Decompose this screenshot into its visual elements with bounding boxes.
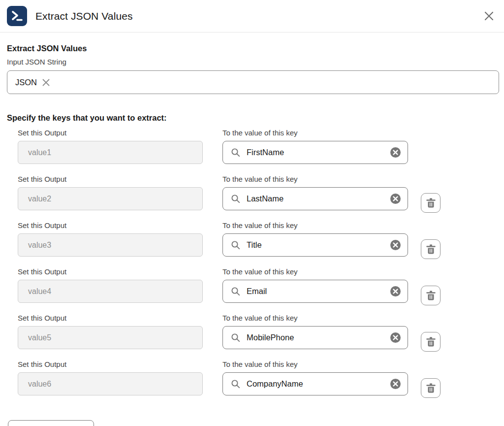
key-column: To the value of this key LastName — [222, 175, 408, 210]
output-column: Set this Output value3 — [18, 221, 203, 257]
key-search-field[interactable]: MobilePhone — [222, 326, 408, 349]
key-column: To the value of this key FirstName — [222, 129, 408, 164]
add-target-key-button[interactable]: Add Target Key — [8, 420, 94, 426]
key-row: Set this Output value5 To the value of t… — [7, 314, 497, 352]
key-row: Set this Output value3 To the value of t… — [7, 221, 497, 259]
dialog-header: Extract JSON Values — [0, 0, 504, 33]
key-row: Set this Output value6 To the value of t… — [7, 360, 497, 398]
trash-column — [421, 147, 441, 166]
key-search-field[interactable]: LastName — [222, 187, 408, 210]
trash-column — [421, 332, 441, 352]
delete-row-button[interactable] — [421, 239, 441, 259]
clear-key-button[interactable] — [390, 193, 401, 204]
output-value: value2 — [28, 195, 51, 203]
key-row: Set this Output value4 To the value of t… — [7, 267, 497, 305]
dialog-title: Extract JSON Values — [35, 10, 133, 22]
close-button[interactable] — [482, 9, 496, 23]
output-label: Set this Output — [18, 267, 203, 276]
input-section-heading: Extract JSON Values — [7, 44, 497, 53]
key-label: To the value of this key — [222, 267, 408, 276]
key-value: FirstName — [247, 148, 390, 157]
magnifier-icon — [231, 148, 241, 158]
output-field: value1 — [18, 141, 203, 164]
clear-circle-x-icon — [390, 332, 401, 343]
remove-json-button[interactable] — [42, 78, 50, 87]
output-value: value4 — [28, 287, 51, 296]
clear-key-button[interactable] — [390, 239, 401, 251]
output-column: Set this Output value1 — [18, 129, 203, 164]
output-label: Set this Output — [18, 129, 203, 137]
clear-circle-x-icon — [390, 286, 401, 297]
key-row: Set this Output value1 To the value of t… — [7, 129, 497, 166]
key-value: Email — [247, 287, 390, 296]
trash-column — [421, 239, 441, 259]
key-value: MobilePhone — [247, 333, 390, 342]
trash-icon — [426, 336, 436, 347]
output-value: value3 — [28, 241, 51, 250]
output-column: Set this Output value2 — [18, 175, 203, 210]
output-field: value2 — [18, 187, 203, 210]
key-value: Title — [247, 240, 390, 250]
clear-circle-x-icon — [390, 378, 401, 390]
output-label: Set this Output — [18, 314, 203, 323]
key-label: To the value of this key — [222, 221, 408, 230]
magnifier-icon — [231, 240, 241, 250]
trash-column — [421, 193, 441, 213]
trash-column — [421, 378, 441, 398]
key-rows-list: Set this Output value1 To the value of t… — [7, 129, 497, 398]
key-column: To the value of this key MobilePhone — [222, 314, 408, 349]
magnifier-icon — [231, 194, 241, 204]
delete-row-button[interactable] — [421, 286, 441, 305]
output-column: Set this Output value6 — [18, 360, 203, 395]
key-label: To the value of this key — [222, 129, 408, 137]
key-value: CompanyName — [247, 379, 390, 389]
output-value: value5 — [28, 333, 51, 342]
output-label: Set this Output — [18, 175, 203, 184]
magnifier-icon — [231, 287, 241, 296]
delete-row-button[interactable] — [421, 378, 441, 398]
key-row: Set this Output value2 To the value of t… — [7, 175, 497, 213]
output-field: value6 — [18, 372, 203, 395]
trash-icon — [426, 290, 436, 301]
clear-key-button[interactable] — [390, 332, 401, 343]
clear-key-button[interactable] — [390, 147, 401, 158]
output-column: Set this Output value5 — [18, 314, 203, 349]
output-label: Set this Output — [18, 221, 203, 230]
output-label: Set this Output — [18, 360, 203, 369]
clear-key-button[interactable] — [390, 378, 401, 390]
clear-circle-x-icon — [390, 147, 401, 158]
extract-json-values-dialog: Extract JSON Values Extract JSON Values … — [0, 0, 504, 426]
output-column: Set this Output value4 — [18, 267, 203, 303]
output-field: value5 — [18, 326, 203, 349]
trash-column — [421, 286, 441, 305]
clear-circle-x-icon — [390, 193, 401, 204]
key-column: To the value of this key CompanyName — [222, 360, 408, 395]
key-label: To the value of this key — [222, 360, 408, 369]
key-search-field[interactable]: Email — [222, 280, 408, 303]
key-search-field[interactable]: Title — [222, 233, 408, 257]
key-search-field[interactable]: FirstName — [222, 141, 408, 164]
clear-key-button[interactable] — [390, 286, 401, 297]
magnifier-icon — [231, 379, 241, 389]
input-json-string-label: Input JSON String — [7, 58, 497, 66]
trash-icon — [426, 244, 436, 255]
output-value: value1 — [28, 148, 51, 157]
clear-circle-x-icon — [390, 239, 401, 251]
key-value: LastName — [247, 194, 390, 203]
output-field: value4 — [18, 280, 203, 303]
key-label: To the value of this key — [222, 175, 408, 184]
output-field: value3 — [18, 233, 203, 257]
key-label: To the value of this key — [222, 314, 408, 323]
delete-row-button[interactable] — [421, 332, 441, 352]
terminal-prompt-icon — [7, 6, 27, 26]
dialog-body: Extract JSON Values Input JSON String JS… — [0, 44, 504, 426]
input-json-string-field[interactable]: JSON — [7, 70, 499, 94]
close-icon — [484, 11, 494, 21]
trash-icon — [426, 197, 436, 208]
remove-x-icon — [42, 78, 50, 87]
trash-icon — [426, 383, 436, 393]
keys-section-heading: Specify the keys that you want to extrac… — [7, 113, 497, 123]
key-search-field[interactable]: CompanyName — [222, 372, 408, 395]
key-column: To the value of this key Email — [222, 267, 408, 303]
delete-row-button[interactable] — [421, 193, 441, 213]
